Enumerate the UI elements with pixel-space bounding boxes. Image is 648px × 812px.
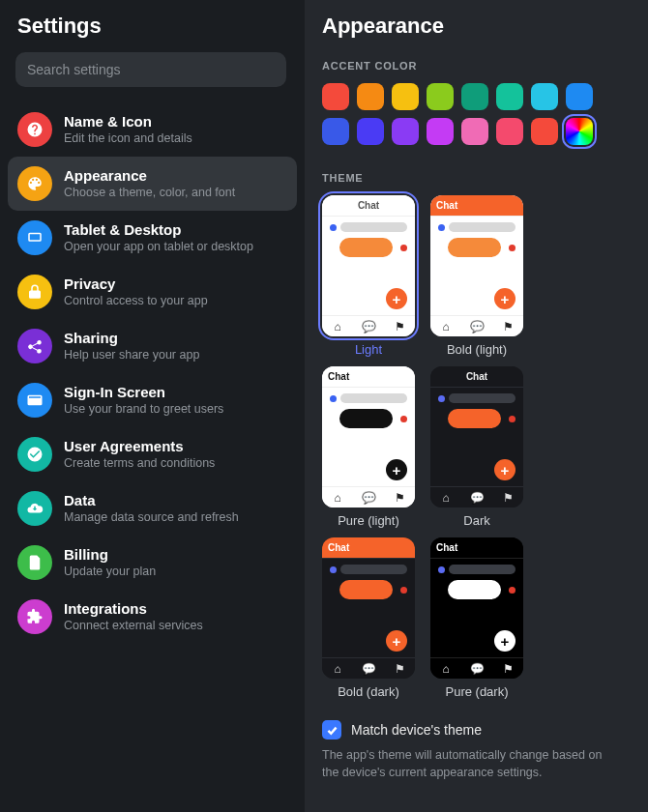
sidebar-item-label: User Agreements [64, 438, 215, 456]
sidebar-item-label: Privacy [64, 276, 208, 294]
search-input[interactable] [15, 52, 286, 87]
theme-preview-header: Chat [430, 537, 523, 559]
accent-swatch[interactable] [357, 118, 384, 145]
plus-icon: + [494, 630, 515, 652]
theme-caption: Pure (dark) [445, 684, 508, 699]
sidebar-item-desc: Edit the icon and details [64, 131, 192, 147]
sidebar-item-privacy[interactable]: PrivacyControl access to your app [8, 265, 297, 319]
theme-thumb-light[interactable]: Chat+⌂💬⚑ [322, 195, 415, 336]
accent-swatch[interactable] [427, 83, 454, 110]
checkmark-icon [326, 724, 339, 737]
accent-swatch[interactable] [322, 83, 349, 110]
sidebar-item-label: Billing [64, 546, 156, 565]
theme-option: Chat+⌂💬⚑Bold (dark) [322, 537, 415, 699]
tablet-icon [17, 220, 52, 255]
sidebar-item-desc: Open your app on tablet or desktop [64, 240, 253, 255]
sidebar-item-label: Sharing [64, 330, 199, 348]
match-device-theme-desc: The app's theme will automatically chang… [322, 747, 622, 781]
lock-icon [17, 275, 52, 309]
theme-caption: Light [355, 342, 382, 357]
theme-thumb-dark[interactable]: Chat+⌂💬⚑ [430, 366, 523, 508]
sidebar-item-sharing[interactable]: SharingHelp user share your app [8, 319, 297, 373]
theme-thumb-bold_dark[interactable]: Chat+⌂💬⚑ [322, 537, 415, 679]
theme-option: Chat+⌂💬⚑Dark [430, 366, 523, 528]
sidebar-item-desc: Manage data source and refresh [64, 510, 239, 526]
page-title: Appearance [322, 14, 631, 39]
sidebar-item-billing[interactable]: BillingUpdate your plan [8, 536, 297, 590]
theme-thumb-pure_dark[interactable]: Chat+⌂💬⚑ [430, 537, 523, 679]
appearance-panel: Appearance ACCENT COLOR THEME Chat+⌂💬⚑Li… [305, 0, 648, 812]
sidebar-item-desc: Choose a theme, color, and font [64, 186, 235, 201]
sidebar-item-sign-in-screen[interactable]: Sign-In ScreenUse your brand to greet us… [8, 373, 297, 427]
accent-swatch[interactable] [496, 118, 523, 145]
theme-preview-header: Chat [322, 537, 415, 559]
theme-thumb-bold_light[interactable]: Chat+⌂💬⚑ [430, 195, 523, 336]
sidebar-item-appearance[interactable]: AppearanceChoose a theme, color, and fon… [8, 157, 297, 211]
sidebar-item-desc: Connect external services [64, 619, 203, 634]
sidebar-item-tablet-desktop[interactable]: Tablet & DesktopOpen your app on tablet … [8, 211, 297, 265]
sidebar-item-user-agreements[interactable]: User AgreementsCreate terms and conditio… [8, 427, 297, 481]
theme-option: Chat+⌂💬⚑Pure (dark) [430, 537, 523, 699]
theme-thumb-pure_light[interactable]: Chat+⌂💬⚑ [322, 366, 415, 508]
theme-preview-header: Chat [430, 195, 523, 217]
match-device-theme-row: Match device's theme [322, 720, 631, 740]
accent-swatch[interactable] [461, 118, 488, 145]
accent-swatch[interactable] [392, 118, 419, 145]
plus-icon: + [494, 288, 515, 309]
theme-caption: Bold (light) [447, 342, 507, 357]
palette-icon [17, 166, 52, 201]
sidebar-title: Settings [17, 14, 297, 39]
sidebar-item-label: Integrations [64, 600, 203, 619]
theme-option: Chat+⌂💬⚑Bold (light) [430, 195, 523, 357]
theme-preview-header: Chat [322, 195, 415, 217]
check-icon [17, 437, 52, 472]
theme-caption: Pure (light) [338, 513, 399, 528]
sidebar-item-label: Data [64, 492, 239, 510]
theme-caption: Bold (dark) [338, 684, 399, 699]
sidebar-item-label: Appearance [64, 167, 235, 186]
accent-swatch[interactable] [427, 118, 454, 145]
share-icon [17, 329, 52, 363]
match-device-theme-checkbox[interactable] [322, 720, 341, 740]
sidebar-item-label: Name & Icon [64, 113, 192, 131]
accent-swatch[interactable] [496, 83, 523, 110]
sidebar-item-name-icon[interactable]: Name & IconEdit the icon and details [8, 102, 297, 157]
accent-swatch[interactable] [461, 83, 488, 110]
sidebar-item-desc: Update your plan [64, 565, 156, 580]
sidebar-item-label: Sign-In Screen [64, 384, 223, 402]
cloud-icon [17, 491, 52, 526]
sidebar-item-label: Tablet & Desktop [64, 221, 253, 240]
sidebar-item-integrations[interactable]: IntegrationsConnect external services [8, 590, 297, 644]
accent-swatch[interactable] [392, 83, 419, 110]
question-icon [17, 112, 52, 147]
sidebar-item-desc: Help user share your app [64, 348, 199, 363]
match-device-theme-label: Match device's theme [351, 722, 482, 738]
accent-color-swatches [322, 83, 612, 145]
doc-icon [17, 545, 52, 580]
accent-swatch[interactable] [566, 83, 593, 110]
theme-caption: Dark [463, 513, 489, 528]
accent-swatch[interactable] [322, 118, 349, 145]
accent-swatch[interactable] [531, 118, 558, 145]
plus-icon: + [494, 459, 515, 480]
theme-grid: Chat+⌂💬⚑LightChat+⌂💬⚑Bold (light)Chat+⌂💬… [322, 195, 631, 699]
accent-color-label: ACCENT COLOR [322, 60, 631, 72]
theme-preview-header: Chat [322, 366, 415, 388]
plus-icon: + [386, 630, 407, 652]
settings-nav: Name & IconEdit the icon and detailsAppe… [8, 102, 297, 644]
settings-sidebar: Settings Name & IconEdit the icon and de… [0, 0, 305, 812]
sidebar-item-desc: Control access to your app [64, 294, 208, 309]
plus-icon: + [386, 288, 407, 309]
accent-swatch[interactable] [357, 83, 384, 110]
sidebar-item-desc: Create terms and conditions [64, 456, 215, 472]
theme-option: Chat+⌂💬⚑Light [322, 195, 415, 357]
theme-preview-header: Chat [430, 366, 523, 388]
accent-swatch[interactable] [531, 83, 558, 110]
sidebar-item-desc: Use your brand to greet users [64, 402, 223, 418]
theme-label: THEME [322, 172, 631, 184]
card-icon [17, 383, 52, 418]
accent-swatch[interactable] [566, 118, 593, 145]
sidebar-item-data[interactable]: DataManage data source and refresh [8, 481, 297, 536]
plus-icon: + [386, 459, 407, 480]
puzzle-icon [17, 599, 52, 634]
